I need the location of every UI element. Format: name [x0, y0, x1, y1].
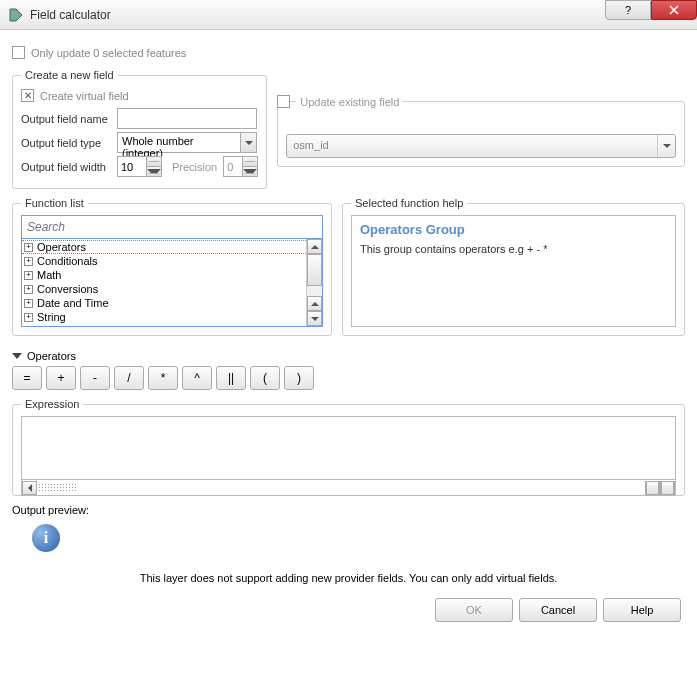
precision-spinner[interactable]	[223, 156, 258, 177]
expression-legend: Expression	[21, 398, 83, 410]
update-field-checkbox[interactable]	[277, 95, 290, 108]
output-width-value[interactable]	[118, 157, 146, 176]
expression-hscroll[interactable]	[21, 480, 676, 496]
spin-up-icon[interactable]	[243, 157, 257, 167]
output-type-label: Output field type	[21, 137, 117, 149]
op-lparen-button[interactable]: (	[250, 366, 280, 390]
operators-header-label: Operators	[27, 350, 76, 362]
op-plus-button[interactable]: +	[46, 366, 76, 390]
expression-textarea[interactable]	[21, 416, 676, 480]
update-field-value: osm_id	[287, 135, 657, 157]
scroll-thumb[interactable]	[38, 483, 78, 493]
help-group: Selected function help Operators Group T…	[342, 197, 685, 336]
operators-toggle[interactable]: Operators	[12, 350, 685, 362]
output-width-label: Output field width	[21, 161, 117, 173]
expression-group: Expression	[12, 398, 685, 496]
function-tree[interactable]: +Operators +Conditionals +Math +Conversi…	[22, 239, 306, 326]
function-list-group: Function list +Operators +Conditionals +…	[12, 197, 332, 336]
op-power-button[interactable]: ^	[182, 366, 212, 390]
precision-value[interactable]	[224, 157, 242, 176]
tree-scrollbar[interactable]	[306, 239, 322, 326]
titlebar-help-button[interactable]: ?	[605, 0, 651, 20]
precision-label: Precision	[172, 161, 217, 173]
create-virtual-label: Create virtual field	[40, 90, 129, 102]
output-width-spinner[interactable]	[117, 156, 162, 177]
spin-down-icon[interactable]	[243, 167, 257, 176]
tree-item-math[interactable]: +Math	[22, 268, 306, 282]
close-icon	[669, 5, 679, 15]
scroll-left-icon[interactable]	[22, 481, 37, 495]
tree-item-string[interactable]: +String	[22, 310, 306, 324]
op-multiply-button[interactable]: *	[148, 366, 178, 390]
create-field-group: Create a new field ✕ Create virtual fiel…	[12, 69, 267, 189]
scroll-down-icon[interactable]	[307, 311, 322, 326]
output-type-value: Whole number (integer)	[118, 133, 240, 152]
help-body: This group contains operators e.g + - *	[360, 243, 667, 255]
help-button[interactable]: Help	[603, 598, 681, 622]
op-equals-button[interactable]: =	[12, 366, 42, 390]
chevron-down-icon	[657, 135, 675, 157]
scroll-up-icon[interactable]	[307, 239, 322, 254]
update-field-combo[interactable]: osm_id	[286, 134, 676, 158]
function-list-legend: Function list	[21, 197, 88, 209]
tree-item-conditionals[interactable]: +Conditionals	[22, 254, 306, 268]
help-legend: Selected function help	[351, 197, 467, 209]
output-name-label: Output field name	[21, 113, 117, 125]
scroll-right-icon[interactable]	[660, 481, 675, 495]
search-input[interactable]	[21, 215, 323, 239]
info-icon: i	[32, 524, 60, 552]
only-update-row: Only update 0 selected features	[12, 46, 685, 59]
output-name-input[interactable]	[117, 108, 257, 129]
op-divide-button[interactable]: /	[114, 366, 144, 390]
tree-item-operators[interactable]: +Operators	[22, 240, 306, 254]
scroll-up-icon[interactable]	[307, 296, 322, 311]
create-field-legend: Create a new field	[21, 69, 118, 81]
cancel-button[interactable]: Cancel	[519, 598, 597, 622]
only-update-label: Only update 0 selected features	[31, 47, 186, 59]
titlebar: Field calculator ?	[0, 0, 697, 30]
only-update-checkbox[interactable]	[12, 46, 25, 59]
help-title: Operators Group	[360, 222, 667, 237]
info-text: This layer does not support adding new p…	[12, 572, 685, 584]
create-virtual-checkbox[interactable]: ✕	[21, 89, 34, 102]
app-icon	[8, 7, 24, 23]
ok-button[interactable]: OK	[435, 598, 513, 622]
op-rparen-button[interactable]: )	[284, 366, 314, 390]
scroll-thumb[interactable]	[307, 254, 322, 286]
spin-up-icon[interactable]	[147, 157, 161, 167]
scroll-left-icon[interactable]	[645, 481, 660, 495]
chevron-down-icon	[240, 133, 256, 152]
output-type-combo[interactable]: Whole number (integer)	[117, 132, 257, 153]
tree-item-conversions[interactable]: +Conversions	[22, 282, 306, 296]
chevron-down-icon	[12, 353, 22, 359]
tree-item-datetime[interactable]: +Date and Time	[22, 296, 306, 310]
window-title: Field calculator	[30, 8, 605, 22]
op-minus-button[interactable]: -	[80, 366, 110, 390]
op-concat-button[interactable]: ||	[216, 366, 246, 390]
output-preview-label: Output preview:	[12, 504, 685, 516]
spin-down-icon[interactable]	[147, 167, 161, 176]
update-field-legend: Update existing field	[296, 96, 403, 108]
titlebar-close-button[interactable]	[651, 0, 697, 20]
